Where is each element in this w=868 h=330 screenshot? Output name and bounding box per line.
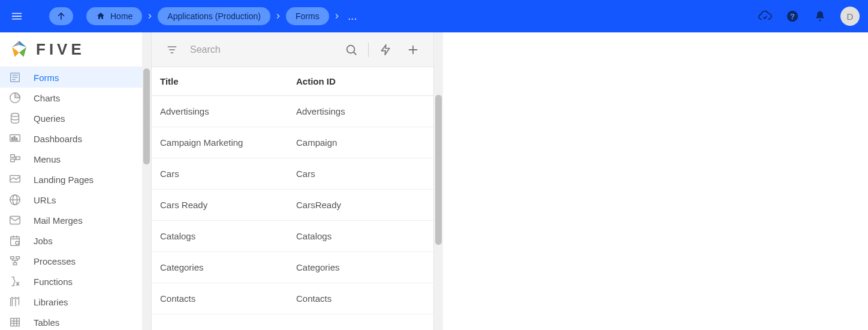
nav-item-label: URLs: [34, 195, 56, 205]
svg-rect-1: [12, 16, 22, 17]
detail-area: [443, 32, 868, 330]
cloud-sync-icon[interactable]: [753, 4, 777, 28]
cell-title: Cars: [152, 169, 288, 179]
cell-title: Cars Ready: [152, 200, 288, 210]
topbar: Home Applications (Production) Forms ...…: [0, 0, 868, 32]
svg-rect-36: [13, 263, 17, 265]
panel-toolbar: [152, 32, 433, 67]
cell-action-id: Campaign: [288, 137, 433, 148]
nav-item-icon: [7, 70, 23, 85]
column-header-action-id[interactable]: Action ID: [288, 76, 433, 86]
nav-item-icon: [7, 151, 23, 167]
cell-action-id: Contacts: [288, 293, 433, 304]
chevron-right-icon: [146, 12, 154, 20]
table-row[interactable]: ContactsContacts: [152, 283, 433, 314]
nav-item-icon: [7, 110, 23, 126]
avatar-initial: D: [847, 11, 854, 22]
rows-container: AdvertisingsAdvertisingsCampaign Marketi…: [152, 96, 433, 330]
add-button[interactable]: [401, 38, 425, 62]
sidebar-item-libraries[interactable]: Libraries: [0, 292, 142, 312]
table-row[interactable]: CategoriesCategories: [152, 252, 433, 283]
svg-text:x: x: [17, 281, 19, 286]
user-avatar[interactable]: D: [840, 7, 860, 26]
nav-item-label: Charts: [34, 93, 60, 103]
table-row[interactable]: Cars ReadyCarsReady: [152, 190, 433, 221]
toolbar-divider: [368, 43, 369, 57]
logo-text: FIVE: [36, 40, 85, 59]
search-input[interactable]: [188, 42, 336, 58]
sidebar-item-charts[interactable]: Charts: [0, 88, 142, 108]
svg-rect-2: [12, 19, 22, 20]
sidebar: FIVE FormsChartsQueriesDashboardsMenusLa…: [0, 32, 152, 330]
column-header-title[interactable]: Title: [152, 76, 288, 86]
cell-title: Campaign Marketing: [152, 137, 288, 148]
svg-marker-6: [12, 41, 19, 47]
hamburger-menu[interactable]: [8, 8, 25, 25]
breadcrumb-forms[interactable]: Forms: [286, 7, 329, 25]
breadcrumb-applications[interactable]: Applications (Production): [158, 7, 270, 25]
breadcrumb-label: Home: [110, 11, 132, 21]
sidebar-item-processes[interactable]: Processes: [0, 251, 142, 271]
nav-up-button[interactable]: [49, 7, 73, 25]
nav-item-label: Forms: [34, 73, 59, 83]
svg-rect-16: [12, 137, 13, 140]
cell-title: Catalogs: [152, 231, 288, 241]
breadcrumb-home[interactable]: Home: [86, 7, 142, 25]
nav-item-label: Queries: [34, 113, 65, 124]
breadcrumb-overflow[interactable]: ...: [345, 11, 361, 22]
nav-item-icon: [7, 172, 23, 187]
sidebar-item-mail-merges[interactable]: Mail Merges: [0, 210, 142, 230]
plus-icon: [406, 43, 420, 56]
svg-marker-50: [381, 44, 389, 55]
quick-action-button[interactable]: [373, 38, 397, 62]
table-row[interactable]: AdvertisingsAdvertisings: [152, 96, 433, 127]
cell-title: Advertisings: [152, 106, 288, 116]
nav-item-icon: [7, 192, 23, 208]
sidebar-item-tables[interactable]: Tables: [0, 312, 142, 330]
chevron-right-icon: [274, 12, 282, 20]
cell-action-id: Advertisings: [288, 106, 433, 116]
nav-item-icon: [7, 233, 23, 248]
table-row[interactable]: CatalogsCatalogs: [152, 221, 433, 252]
sidebar-item-jobs[interactable]: Jobs: [0, 230, 142, 251]
bell-icon[interactable]: [808, 4, 832, 28]
search-icon: [345, 43, 358, 56]
table-row[interactable]: CarsCars: [152, 158, 433, 190]
svg-rect-17: [14, 136, 15, 140]
sidebar-item-queries[interactable]: Queries: [0, 108, 142, 128]
filter-button[interactable]: [160, 38, 184, 62]
sidebar-item-landing-pages[interactable]: Landing Pages: [0, 169, 142, 190]
column-headers: Title Action ID: [152, 67, 433, 96]
sidebar-item-forms[interactable]: Forms: [0, 67, 142, 88]
search-button[interactable]: [339, 38, 363, 62]
svg-point-33: [16, 241, 19, 245]
lightning-icon: [379, 44, 391, 56]
help-icon[interactable]: ?: [780, 4, 804, 28]
sidebar-item-urls[interactable]: URLs: [0, 190, 142, 210]
sidebar-item-menus[interactable]: Menus: [0, 149, 142, 169]
logo-icon: [8, 39, 30, 61]
cell-title: Categories: [152, 262, 288, 272]
filter-icon: [166, 44, 178, 56]
nav-list: FormsChartsQueriesDashboardsMenusLanding…: [0, 67, 142, 330]
panel-scrollbar[interactable]: [434, 32, 443, 330]
sidebar-scrollbar[interactable]: [142, 32, 151, 330]
svg-rect-19: [11, 155, 14, 158]
chevron-right-icon: [333, 12, 341, 20]
svg-rect-40: [11, 319, 20, 326]
svg-rect-20: [11, 159, 14, 162]
cell-action-id: Categories: [288, 262, 433, 272]
breadcrumb-label: Forms: [296, 11, 320, 21]
list-panel: Title Action ID AdvertisingsAdvertisings…: [152, 32, 443, 330]
sidebar-item-functions[interactable]: xFunctions: [0, 271, 142, 292]
nav-item-label: Mail Merges: [34, 215, 83, 226]
nav-item-icon: [7, 212, 23, 228]
table-row[interactable]: Campaign MarketingCampaign: [152, 127, 433, 158]
nav-item-icon: [7, 131, 23, 146]
sidebar-item-dashboards[interactable]: Dashboards: [0, 128, 142, 149]
svg-marker-5: [19, 41, 26, 47]
nav-item-label: Tables: [34, 317, 59, 328]
svg-rect-35: [16, 257, 20, 259]
nav-item-icon: [7, 314, 23, 330]
nav-item-icon: [7, 90, 23, 106]
